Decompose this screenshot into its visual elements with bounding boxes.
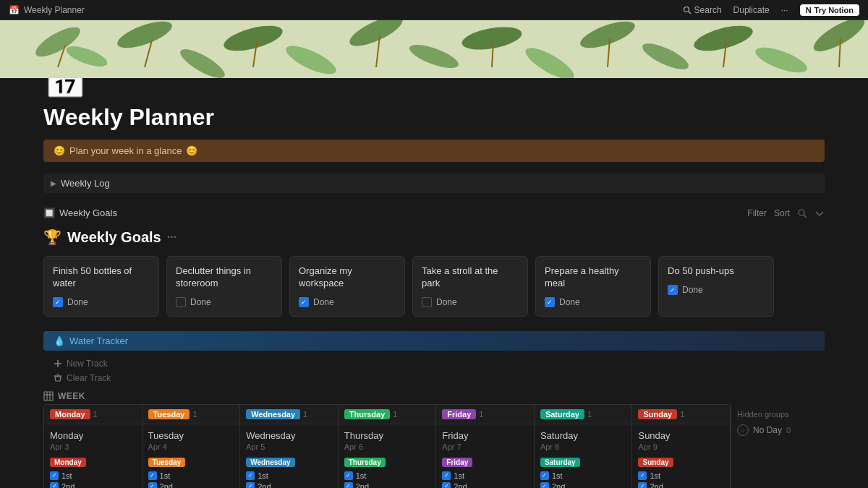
sunday-badge: Sunday	[638, 458, 673, 467]
goal-card-6: Do 50 push-ups Done	[658, 256, 774, 317]
saturday-header: Saturday 1	[535, 405, 632, 424]
goal-checkbox-1[interactable]: Done	[53, 297, 150, 307]
section-header-left: 🔲 Weekly Goals	[43, 207, 117, 218]
sunday-header: Sunday 1	[632, 405, 730, 424]
goal-card-title-4: Take a stroll at the park	[422, 265, 519, 290]
duplicate-button[interactable]: Duplicate	[733, 5, 770, 15]
sort-button[interactable]: Sort	[774, 208, 790, 218]
water-tracker-header: 💧 Water Tracker	[43, 331, 825, 351]
saturday-item-1: 1st	[540, 471, 626, 480]
goal-card-4: Take a stroll at the park Done	[412, 256, 528, 317]
topbar-left: 📅 Weekly Planner	[9, 5, 85, 15]
goal-card-title-5: Prepare a healthy meal	[545, 265, 642, 290]
wednesday-date: Apr 5	[246, 442, 332, 451]
topbar-right: Search Duplicate ··· N Try Notion	[683, 4, 859, 16]
thursday-body: Thursday Apr 6 Thursday 1st 2nd 3rd 4th …	[339, 424, 436, 488]
goal-checkbox-5[interactable]: Done	[545, 297, 642, 307]
thursday-badge: Thursday	[344, 458, 386, 467]
chk[interactable]	[50, 482, 59, 488]
expand-icon[interactable]	[814, 208, 825, 218]
try-notion-button[interactable]: N Try Notion	[800, 4, 859, 16]
goal-card-title-3: Organize my workspace	[299, 265, 396, 290]
goal-checkbox-3[interactable]: Done	[299, 297, 396, 307]
chk[interactable]	[442, 471, 451, 480]
saturday-name: Saturday	[540, 430, 626, 441]
monday-name: Monday	[50, 430, 136, 441]
callout-block: 😊 Plan your week in a glance 😊	[43, 140, 825, 162]
chk[interactable]	[344, 471, 353, 480]
saturday-item-2: 2nd	[540, 482, 626, 488]
goal-checkbox-6[interactable]: Done	[668, 285, 765, 295]
water-icon: 💧	[54, 335, 65, 346]
goal-status-3: Done	[313, 297, 334, 307]
chk[interactable]	[638, 471, 647, 480]
goal-card-1: Finish 50 bottles of water Done	[43, 256, 159, 317]
chk[interactable]	[638, 482, 647, 488]
svg-point-0	[684, 7, 689, 12]
search-button[interactable]: Search	[683, 5, 722, 15]
no-day-label: No Day	[753, 425, 782, 435]
chk[interactable]	[148, 471, 157, 480]
goal-card-5: Prepare a healthy meal Done	[535, 256, 651, 317]
chk[interactable]	[540, 471, 549, 480]
weekly-log-toggle[interactable]: ▶ Weekly Log	[43, 174, 825, 193]
topbar: 📅 Weekly Planner Search Duplicate ··· N …	[0, 0, 868, 20]
goal-card-2: Declutter things in storeroom Done	[166, 256, 282, 317]
goals-title-text: Weekly Goals	[67, 229, 161, 246]
wednesday-header: Wednesday 1	[240, 405, 338, 424]
no-day-count: 0	[786, 426, 791, 435]
wednesday-name: Wednesday	[246, 430, 332, 441]
monday-badge: Monday	[50, 458, 86, 467]
page-favicon: 📅	[9, 5, 20, 15]
chk[interactable]	[148, 482, 157, 488]
search-goals-icon[interactable]	[797, 208, 807, 218]
week-view-header: WEEK	[43, 385, 825, 404]
callout-icon-right: 😊	[186, 145, 197, 156]
monday-tag: Monday	[50, 409, 90, 419]
checkbox-checked-icon-5	[545, 297, 555, 307]
filter-button[interactable]: Filter	[747, 208, 767, 218]
new-track-button[interactable]: New Track	[43, 356, 825, 371]
chk[interactable]	[344, 482, 353, 488]
goals-title-row: 🏆 Weekly Goals ···	[43, 228, 825, 246]
checkbox-checked-icon	[53, 297, 63, 307]
sunday-item-1: 1st	[638, 471, 724, 480]
sunday-body: Sunday Apr 9 Sunday 1st 2nd 3rd 4th 5th …	[632, 424, 730, 488]
wednesday-item-1: 1st	[246, 471, 332, 480]
svg-rect-32	[44, 392, 53, 401]
thursday-header: Thursday 1	[339, 405, 436, 424]
weekly-goals-section-header: 🔲 Weekly Goals Filter Sort	[43, 205, 825, 221]
clear-track-icon	[54, 374, 62, 382]
chk[interactable]	[246, 471, 255, 480]
goal-cards-container: Finish 50 bottles of water Done Declutte…	[43, 256, 825, 317]
goals-more-button[interactable]: ···	[167, 231, 176, 244]
chk[interactable]	[50, 471, 59, 480]
page-title: Weekly Planner	[43, 104, 825, 131]
page-content: 📅 Weekly Planner 😊 Plan your week in a g…	[0, 64, 868, 488]
goal-card-3: Organize my workspace Done	[289, 256, 405, 317]
saturday-date: Apr 8	[540, 442, 626, 451]
monday-date: Apr 3	[50, 442, 136, 451]
wednesday-tag: Wednesday	[246, 409, 300, 419]
goal-card-title-2: Declutter things in storeroom	[176, 265, 273, 290]
goals-section-icon: 🔲	[43, 207, 55, 218]
sunday-date: Apr 9	[638, 442, 724, 451]
friday-item-2: 2nd	[442, 482, 528, 488]
chk[interactable]	[540, 482, 549, 488]
goal-checkbox-2[interactable]: Done	[176, 297, 273, 307]
cover-image	[0, 20, 868, 78]
chk[interactable]	[246, 482, 255, 488]
goals-section-label: Weekly Goals	[59, 207, 117, 218]
clear-track-button[interactable]: Clear Track	[43, 371, 825, 385]
chk[interactable]	[442, 482, 451, 488]
goal-status-6: Done	[682, 285, 703, 295]
cover-svg	[0, 20, 868, 78]
hidden-groups-label: Hidden groups	[737, 410, 819, 419]
goal-status-4: Done	[436, 297, 457, 307]
col-sunday: Sunday 1 Sunday Apr 9 Sunday 1st 2nd 3rd…	[632, 405, 730, 488]
goal-checkbox-4[interactable]: Done	[422, 297, 519, 307]
more-button[interactable]: ···	[781, 5, 788, 15]
saturday-badge: Saturday	[540, 458, 580, 467]
monday-header: Monday 1	[44, 405, 142, 424]
topbar-title: Weekly Planner	[24, 5, 85, 15]
